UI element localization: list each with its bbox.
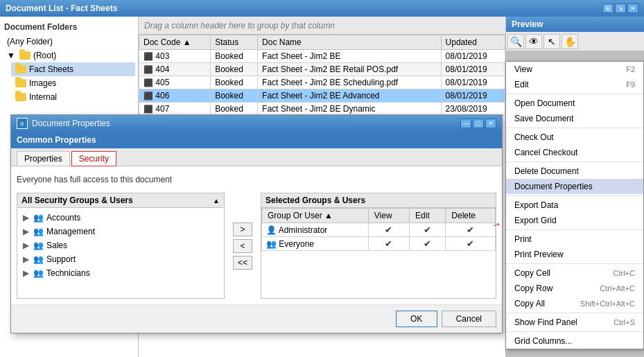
remove-button[interactable]: < [233, 239, 252, 253]
remove-all-button[interactable]: << [233, 256, 252, 270]
group-technicians[interactable]: ▶ 👥 Technicians [20, 266, 221, 280]
group-support[interactable]: ▶ 👥 Support [20, 252, 221, 266]
table-row-selected[interactable]: ⬛ 406 Booked Fact Sheet - Jim2 BE Advanc… [139, 89, 505, 103]
context-copy-row[interactable]: Copy RowCtrl+Alt+C [506, 281, 643, 296]
sidebar-item-images[interactable]: Images [11, 76, 135, 90]
context-print[interactable]: Print [506, 232, 643, 247]
pdf-icon: ⬛ [143, 65, 153, 73]
col-edit[interactable]: Edit [410, 209, 446, 223]
context-document-properties[interactable]: Document Properties [506, 179, 643, 194]
sidebar-item-any-folder[interactable]: (Any Folder) [3, 35, 135, 49]
col-delete[interactable]: Delete [446, 209, 496, 223]
admin-delete-check: ✔ [467, 225, 474, 235]
dialog-controls: — □ ✕ [460, 119, 496, 128]
context-show-find-panel[interactable]: Show Find PanelCtrl+S [506, 315, 643, 330]
dialog-maximize[interactable]: □ [473, 119, 484, 128]
context-open-document[interactable]: Open Document [506, 96, 643, 111]
preview-btn-1[interactable]: 🔍 [507, 34, 524, 49]
expand-arrow: ▶ [23, 268, 30, 278]
context-check-out[interactable]: Check Out [506, 130, 643, 145]
col-status[interactable]: Status [211, 35, 258, 50]
everyone-edit-check: ✔ [424, 238, 431, 249]
context-cancel-checkout[interactable]: Cancel Checkout [506, 145, 643, 160]
admin-edit-check: ✔ [424, 225, 431, 235]
pin-button[interactable]: ⊞ [602, 3, 613, 13]
scroll-up-indicator[interactable]: ▲ [213, 197, 220, 204]
context-save-document[interactable]: Save Document [506, 111, 643, 126]
preview-btn-2[interactable]: 👁 [525, 34, 542, 49]
table-row[interactable]: ⬛ 404 Booked Fact Sheet - Jim2 BE Retail… [139, 63, 505, 76]
table-row[interactable]: ⬛ 407 Booked Fact Sheet - Jim2 BE Dynami… [139, 103, 505, 116]
internal-folder-icon [15, 93, 26, 101]
selected-row-everyone[interactable]: 👥 Everyone ✔ ✔ ✔ [262, 237, 496, 251]
col-updated[interactable]: Updated [441, 35, 505, 50]
separator-2 [506, 128, 643, 128]
dialog-content: Everyone has full access to this documen… [11, 166, 502, 304]
col-doc-name[interactable]: Doc Name [258, 35, 441, 50]
dialog-title-bar: ≡ Document Properties — □ ✕ [11, 115, 502, 132]
ok-button[interactable]: OK [396, 311, 437, 327]
tab-security[interactable]: Security [71, 151, 116, 166]
document-properties-dialog: ≡ Document Properties — □ ✕ Common Prope… [10, 114, 503, 333]
expand-arrow: ▶ [23, 213, 30, 223]
context-delete-document[interactable]: Delete Document [506, 164, 643, 179]
context-copy-all[interactable]: Copy AllShift+Ctrl+Alt+C [506, 296, 643, 311]
preview-btn-4[interactable]: ✋ [562, 34, 578, 49]
col-group-user[interactable]: Group Or User ▲ [262, 209, 369, 223]
tab-properties[interactable]: Properties [17, 151, 70, 166]
float-button[interactable]: ⇲ [615, 3, 626, 13]
context-print-preview[interactable]: Print Preview [506, 247, 643, 262]
access-message: Everyone has full access to this documen… [17, 172, 496, 187]
context-menu: ViewF2 EditF9 Open Document Save Documen… [505, 61, 644, 349]
group-accounts[interactable]: ▶ 👥 Accounts [20, 211, 221, 225]
context-export-grid[interactable]: Export Grid [506, 213, 643, 228]
any-folder-label: (Any Folder) [7, 37, 53, 46]
window-title: Document List - Fact Sheets [6, 3, 117, 13]
root-expand-icon: ▼ [7, 51, 15, 60]
dialog-footer: OK Cancel [11, 304, 502, 333]
table-row[interactable]: ⬛ 405 Booked Fact Sheet - Jim2 BE Schedu… [139, 76, 505, 89]
preview-btn-3[interactable]: ↖ [543, 34, 560, 49]
group-icon: 👥 [33, 254, 44, 265]
selected-groups-table: Group Or User ▲ View Edit Delete 👤 Admin… [261, 208, 496, 251]
pdf-icon: ⬛ [143, 92, 153, 100]
all-groups-content: ▶ 👥 Accounts ▶ 👥 Management ▶ 👥 Sales [17, 208, 224, 298]
table-row[interactable]: ⬛ 403 Booked Fact Sheet - Jim2 BE 08/01/… [139, 50, 505, 63]
col-view[interactable]: View [368, 209, 409, 223]
separator-8 [506, 331, 643, 332]
separator-7 [506, 313, 643, 313]
person-icon: 👤 [266, 225, 277, 235]
sidebar-item-fact-sheets[interactable]: Fact Sheets [11, 62, 135, 76]
group-icon: 👥 [266, 239, 277, 249]
group-header: Drag a column header here to group by th… [139, 17, 505, 35]
sidebar-item-root[interactable]: ▼ (Root) [3, 49, 135, 62]
fact-sheets-folder-icon [15, 65, 26, 73]
selected-groups-container: Selected Groups & Users Group Or User ▲ … [261, 193, 496, 299]
context-view[interactable]: ViewF2 [506, 62, 643, 77]
context-copy-cell[interactable]: Copy CellCtrl+C [506, 265, 643, 281]
all-groups-container: All Security Groups & Users ▲ ▶ 👥 Accoun… [17, 193, 225, 299]
all-groups-header: All Security Groups & Users ▲ [17, 193, 224, 208]
close-button[interactable]: ✕ [627, 3, 638, 13]
separator-6 [506, 263, 643, 264]
dialog-title-text: Document Properties [32, 119, 110, 128]
group-icon: 👥 [33, 268, 44, 279]
dialog-minimize[interactable]: — [460, 119, 471, 128]
context-grid-columns[interactable]: Grid Columns... [506, 333, 643, 349]
add-button[interactable]: > [233, 223, 252, 236]
document-table: Doc Code ▲ Status Doc Name Updated ⬛ 403… [139, 35, 505, 116]
context-edit[interactable]: EditF9 [506, 77, 643, 92]
preview-toolbar: 🔍 👁 ↖ ✋ [506, 32, 644, 51]
separator-1 [506, 94, 643, 94]
dialog-close[interactable]: ✕ [485, 119, 496, 128]
cancel-button[interactable]: Cancel [442, 311, 496, 327]
col-doc-code[interactable]: Doc Code ▲ [139, 35, 211, 50]
selected-row-admin[interactable]: 👤 Administrator ✔ ✔ ✔ [262, 223, 496, 237]
group-management[interactable]: ▶ 👥 Management [20, 225, 221, 238]
root-folder-label: (Root) [33, 51, 56, 60]
group-sales[interactable]: ▶ 👥 Sales [20, 238, 221, 252]
selected-groups-header: Selected Groups & Users [261, 193, 496, 208]
context-export-data[interactable]: Export Data [506, 198, 643, 213]
sidebar-item-internal[interactable]: Internal [11, 90, 135, 104]
sidebar-title: Document Folders [3, 19, 135, 35]
